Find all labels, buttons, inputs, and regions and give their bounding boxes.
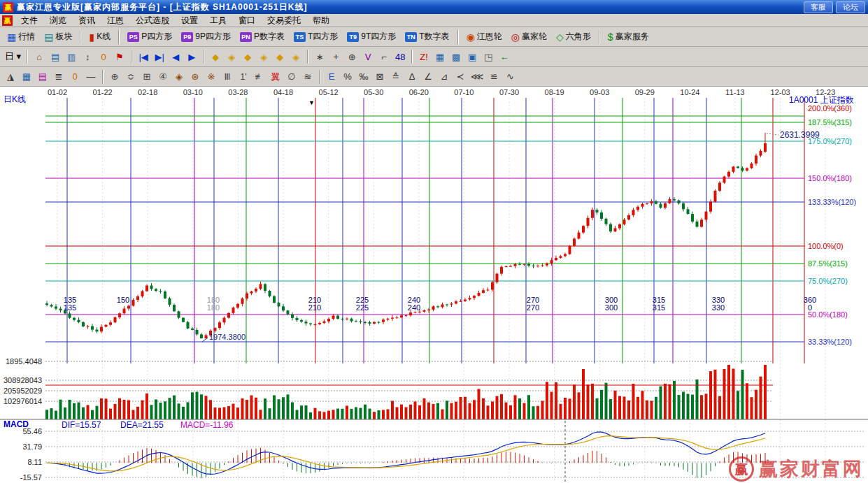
draw-tool-24[interactable]: ⊠ [372, 69, 387, 85]
volume-axis-label: 102976014 [0, 398, 42, 405]
draw-tool-17[interactable]: 翼 [268, 69, 283, 85]
nav-tool-24[interactable]: Ⅴ [360, 49, 376, 64]
nav-tool-28[interactable]: Z! [416, 49, 432, 64]
draw-tool-32[interactable]: ∿ [503, 69, 518, 85]
t-sifangxing-icon: TS [294, 32, 306, 42]
date-axis-label: 02-18 [132, 89, 163, 96]
toolbar-p-shuzibiao-button[interactable]: PNP数字表 [236, 29, 289, 45]
nav-tool-16[interactable]: ◆ [240, 49, 255, 64]
toolbar-bankuai-button[interactable]: ▤板块 [40, 29, 76, 45]
draw-tool-5[interactable]: — [83, 69, 99, 85]
draw-tool-8[interactable]: ≎ [123, 69, 138, 85]
9t-sifangxing-label: 9T四方形 [361, 31, 396, 43]
draw-tool-13[interactable]: ※ [204, 69, 219, 85]
date-axis-label: 05-12 [313, 89, 344, 96]
draw-tool-3[interactable]: ≣ [51, 69, 66, 85]
nav-tool-2[interactable]: ⌂ [31, 49, 47, 64]
draw-tool-27[interactable]: ∠ [420, 69, 436, 85]
nav-tool-33[interactable]: ← [497, 49, 512, 64]
draw-tool-26[interactable]: Δ [404, 69, 420, 85]
nav-tool-19[interactable]: ◈ [288, 49, 304, 64]
draw-tool-11[interactable]: ◈ [171, 69, 187, 85]
toolbar-yingjia-fuwu-button[interactable]: $赢家服务 [604, 29, 653, 45]
hangqing-label: 行情 [18, 31, 35, 43]
nav-tool-9[interactable]: |◀ [136, 49, 151, 64]
nav-tool-14[interactable]: ◆ [208, 49, 223, 64]
menu-item-9[interactable]: 帮助 [307, 13, 335, 28]
toolbar-kxian-button[interactable]: ▮K线 [85, 29, 115, 45]
macd-axis-label: -15.57 [0, 474, 42, 482]
nav-tool-29[interactable]: ▦ [432, 49, 448, 64]
nav-tool-7[interactable]: ⚑ [112, 49, 127, 64]
draw-tool-9[interactable]: ⊞ [139, 69, 155, 85]
draw-tool-14[interactable]: Ⅲ [220, 69, 235, 85]
toolbar-separator [457, 30, 459, 44]
draw-tool-25[interactable]: ≙ [388, 69, 404, 85]
toolbar-9p-sifangxing-button[interactable]: P99P四方形 [177, 29, 235, 45]
draw-tool-18[interactable]: ∅ [284, 69, 299, 85]
draw-tool-2[interactable]: ▤ [35, 69, 50, 85]
menu-item-4[interactable]: 公式选股 [130, 13, 175, 28]
toolbar-jiangenlun-button[interactable]: ◉江恩轮 [462, 29, 506, 45]
menu-item-1[interactable]: 浏览 [44, 13, 72, 28]
forum-button[interactable]: 论坛 [836, 1, 865, 13]
nav-tool-21[interactable]: ∗ [312, 49, 327, 64]
toolbar-9t-sifangxing-button[interactable]: T99T四方形 [343, 29, 400, 45]
nav-tool-4[interactable]: ▥ [64, 49, 79, 64]
draw-tool-29[interactable]: ≺ [453, 69, 468, 85]
draw-tool-12[interactable]: ⊛ [187, 69, 203, 85]
macd-dea-value: DEA=21.55 [120, 421, 164, 429]
nav-tool-18[interactable]: ◆ [272, 49, 287, 64]
draw-tool-21[interactable]: E [324, 69, 339, 85]
date-axis-label: 08-19 [539, 89, 570, 96]
customer-service-button[interactable]: 客服 [804, 1, 833, 13]
nav-tool-31[interactable]: ▣ [464, 49, 480, 64]
nav-tool-25[interactable]: ⌐ [376, 49, 392, 64]
symbol-label: 1A0001 上证指数 [789, 96, 854, 104]
nav-tool-32[interactable]: ◳ [481, 49, 496, 64]
gann-degree-label: 210 [302, 304, 327, 312]
draw-tool-10[interactable]: ④ [155, 69, 171, 85]
nav-tool-5[interactable]: ↕ [80, 49, 95, 64]
draw-tool-1[interactable]: ▦ [19, 69, 34, 85]
nav-tool-23[interactable]: ⊕ [344, 49, 360, 64]
nav-tool-15[interactable]: ◈ [224, 49, 239, 64]
bankuai-icon: ▤ [44, 32, 53, 42]
menu-item-8[interactable]: 交易委托 [262, 13, 306, 28]
nav-tool-6[interactable]: 0 [96, 49, 111, 64]
gann-degree-label: 330 [706, 304, 731, 312]
menu-item-7[interactable]: 窗口 [233, 13, 261, 28]
draw-tool-15[interactable]: 1' [236, 69, 251, 85]
toolbar-t-sifangxing-button[interactable]: TST四方形 [290, 29, 342, 45]
toolbar-hangqing-button[interactable]: ▦行情 [3, 29, 39, 45]
menu-item-2[interactable]: 资讯 [73, 13, 101, 28]
nav-tool-22[interactable]: ＋ [328, 49, 343, 64]
nav-tool-17[interactable]: ◈ [256, 49, 271, 64]
nav-tool-0[interactable]: 日 ▾ [3, 49, 23, 64]
toolbar-t-shuzibiao-button[interactable]: TNT数字表 [401, 29, 453, 45]
toolbar-p-sifangxing-button[interactable]: PSP四方形 [123, 29, 176, 45]
draw-tool-23[interactable]: ‰ [356, 69, 371, 85]
kxian-label: K线 [97, 31, 111, 43]
draw-tool-16[interactable]: ≢ [252, 69, 267, 85]
draw-tool-30[interactable]: ⋘ [469, 69, 486, 85]
nav-tool-10[interactable]: ▶| [152, 49, 167, 64]
nav-tool-3[interactable]: ▤ [48, 49, 63, 64]
menu-item-5[interactable]: 设置 [176, 13, 204, 28]
draw-tool-0[interactable]: ◮ [3, 69, 18, 85]
menu-item-0[interactable]: 文件 [15, 13, 43, 28]
draw-tool-31[interactable]: ≌ [487, 69, 502, 85]
nav-tool-12[interactable]: ▶ [184, 49, 199, 64]
draw-tool-7[interactable]: ⊕ [107, 69, 122, 85]
nav-tool-30[interactable]: ▩ [448, 49, 464, 64]
menu-item-3[interactable]: 江恩 [101, 13, 129, 28]
nav-tool-26[interactable]: 48 [392, 49, 408, 64]
draw-tool-19[interactable]: ≋ [300, 69, 315, 85]
toolbar-yingjialun-button[interactable]: ◎赢家轮 [507, 29, 551, 45]
toolbar-liujiaoxing-button[interactable]: ◇六角形 [552, 29, 595, 45]
menu-item-6[interactable]: 工具 [204, 13, 232, 28]
draw-tool-4[interactable]: 0 [67, 69, 83, 85]
draw-tool-28[interactable]: ⊿ [436, 69, 452, 85]
draw-tool-22[interactable]: % [340, 69, 355, 85]
nav-tool-11[interactable]: ◀ [168, 49, 183, 64]
